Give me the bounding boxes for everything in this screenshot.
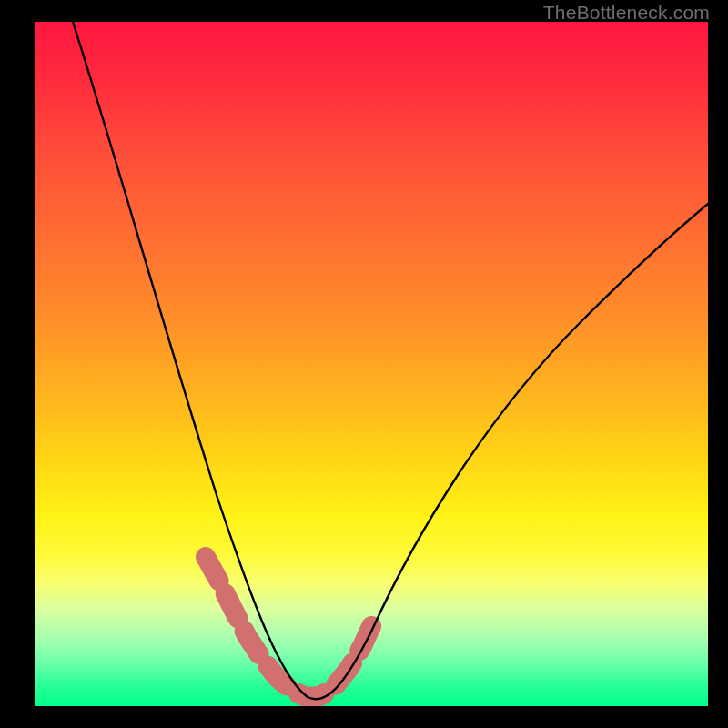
- chart-frame: TheBottleneck.com: [0, 0, 728, 728]
- highlight-band: [206, 557, 373, 697]
- watermark-text: TheBottleneck.com: [543, 2, 710, 24]
- bottleneck-curve: [73, 22, 708, 699]
- bottleneck-curve-svg: [35, 22, 708, 706]
- plot-area: [35, 22, 708, 706]
